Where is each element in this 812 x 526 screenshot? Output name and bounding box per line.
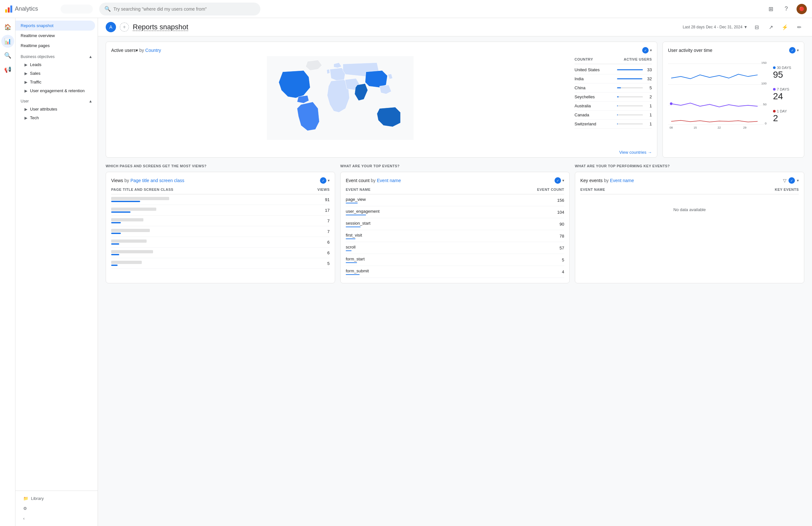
- page-avatar: A: [106, 22, 116, 32]
- event-count: 4: [562, 269, 564, 274]
- country-name: China: [575, 85, 585, 90]
- sidebar-icon-advertising[interactable]: 📢: [1, 63, 14, 76]
- date-range-selector[interactable]: Last 28 days Dec 4 - Dec 31, 2024 ▼: [683, 25, 748, 29]
- sidebar-item-tech[interactable]: ▶ Tech: [15, 113, 98, 122]
- views-row: 6: [111, 237, 330, 247]
- views-dimension-link[interactable]: Page title and screen class: [130, 178, 184, 183]
- activity-stats: 30 DAYS 95 7 DAYS 24: [773, 59, 799, 130]
- user-activity-dropdown[interactable]: ▾: [797, 48, 799, 53]
- account-chip[interactable]: [61, 4, 93, 14]
- sidebar-item-user-engagement[interactable]: ▶ User engagement & retention: [15, 86, 98, 95]
- compare-icon[interactable]: ⊟: [751, 22, 762, 32]
- sales-expand-icon: ▶: [25, 71, 27, 76]
- sidebar-icon-home[interactable]: 🏠: [1, 20, 14, 33]
- event-name: form_start: [346, 257, 365, 263]
- sidebar: Reports snapshot Realtime overview Realt…: [15, 18, 98, 526]
- events-title-by: by: [371, 178, 377, 183]
- views-check-btn[interactable]: ✓ ▾: [320, 177, 330, 184]
- user-attributes-expand-icon: ▶: [25, 107, 27, 112]
- stat-1day: 1 DAY 2: [773, 109, 799, 124]
- event-count: 5: [562, 257, 564, 262]
- key-events-dimension-link[interactable]: Event name: [610, 178, 634, 183]
- search-bar[interactable]: 🔍: [99, 3, 260, 15]
- views-bar-wrap: [111, 208, 319, 213]
- events-dimension-link[interactable]: Event name: [377, 178, 401, 183]
- search-input[interactable]: [113, 6, 255, 12]
- event-count: 57: [560, 246, 564, 251]
- sidebar-item-realtime-overview[interactable]: Realtime overview: [15, 31, 95, 41]
- country-row: Canada 1: [575, 111, 652, 119]
- events-col-count: EVENT COUNT: [537, 188, 564, 191]
- active-users-dimension-link[interactable]: Country: [145, 48, 161, 53]
- user-section-label: User: [20, 99, 29, 103]
- sidebar-item-user-attributes[interactable]: ▶ User attributes: [15, 105, 98, 113]
- help-icon[interactable]: ?: [781, 4, 792, 14]
- sidebar-item-reports-snapshot[interactable]: Reports snapshot: [15, 20, 95, 31]
- key-events-dropdown[interactable]: ▾: [797, 178, 799, 183]
- views-title-prefix: Views: [111, 178, 125, 183]
- event-name: scroll: [346, 245, 356, 251]
- country-name: Seychelles: [575, 95, 595, 99]
- view-countries-link[interactable]: View countries →: [619, 150, 652, 155]
- svg-text:08: 08: [670, 126, 673, 129]
- user-section[interactable]: User ▲: [15, 95, 98, 105]
- events-card: Event count by Event name ✓ ▾ EVENT NAME: [340, 172, 570, 283]
- views-table: PAGE TITLE AND SCREEN CLASS VIEWS 91 17 …: [106, 186, 335, 274]
- views-label-bar: [111, 197, 169, 200]
- map-svg: [111, 56, 569, 140]
- activity-content: 150 100 50 0: [663, 56, 804, 136]
- events-card-header: Event count by Event name ✓ ▾: [340, 172, 569, 186]
- traffic-label: Traffic: [30, 80, 41, 84]
- country-bar-bg: [617, 114, 643, 115]
- sidebar-item-leads[interactable]: ▶ Leads: [15, 60, 98, 69]
- sidebar-item-sales[interactable]: ▶ Sales: [15, 69, 98, 78]
- key-events-section-label: WHAT ARE YOUR TOP PERFORMING KEY EVENTS?: [575, 163, 804, 171]
- tech-label: Tech: [30, 115, 39, 120]
- views-bar-wrap: [111, 240, 319, 245]
- key-events-title-by: by: [604, 178, 610, 183]
- events-check-btn[interactable]: ✓ ▾: [554, 177, 564, 184]
- share-icon[interactable]: ↗: [766, 22, 776, 32]
- active-users-title-by: by: [139, 48, 145, 53]
- svg-text:100: 100: [762, 82, 767, 85]
- views-dropdown[interactable]: ▾: [328, 178, 330, 183]
- add-report-button[interactable]: +: [120, 23, 129, 32]
- events-title-prefix: Event count: [346, 178, 371, 183]
- sidebar-icons: 🏠 📊 🔍 📢: [0, 18, 15, 526]
- sidebar-item-settings[interactable]: ⚙: [20, 503, 92, 513]
- apps-icon[interactable]: ⊞: [766, 4, 776, 14]
- key-events-col-key-events: KEY EVENTS: [775, 188, 799, 191]
- sidebar-icon-reports[interactable]: 📊: [1, 35, 14, 48]
- views-row: 7: [111, 226, 330, 237]
- events-dropdown[interactable]: ▾: [562, 178, 564, 183]
- sidebar-item-library[interactable]: 📁 Library: [20, 494, 92, 503]
- main-header: A + Reports snapshot Last 28 days Dec 4 …: [98, 18, 812, 37]
- views-row: 17: [111, 205, 330, 216]
- events-row: page_view 156: [346, 194, 564, 206]
- activity-chart: 150 100 50 0: [668, 59, 770, 130]
- sidebar-item-traffic[interactable]: ▶ Traffic: [15, 78, 98, 86]
- sidebar-collapse-btn[interactable]: ‹: [20, 513, 92, 523]
- filter-icon[interactable]: ▽: [783, 178, 786, 183]
- business-objectives-section[interactable]: Business objectives ▲: [15, 51, 98, 60]
- business-objectives-label: Business objectives: [20, 55, 55, 59]
- sidebar-item-realtime-pages[interactable]: Realtime pages: [15, 41, 95, 51]
- user-activity-check-btn[interactable]: ✓ ▾: [789, 47, 799, 54]
- stat-1day-value: 2: [773, 113, 799, 124]
- stat-7days-label: 7 DAYS: [773, 87, 799, 91]
- sidebar-icon-explore[interactable]: 🔍: [1, 49, 14, 62]
- edit-icon[interactable]: ✏: [794, 22, 804, 32]
- views-col-views: VIEWS: [317, 188, 330, 191]
- views-title-by: by: [125, 178, 130, 183]
- col-active-users-header: ACTIVE USERS: [624, 57, 652, 61]
- business-objectives-chevron: ▲: [89, 55, 92, 59]
- views-check-icon: ✓: [320, 177, 327, 184]
- top-cards-row: Active users▾ by Country ✓ ▾: [106, 42, 804, 158]
- stat-1day-label: 1 DAY: [773, 109, 799, 113]
- arrow-right-icon: →: [648, 150, 652, 155]
- active-users-dropdown[interactable]: ▾: [650, 48, 652, 53]
- events-row: user_engagement 104: [346, 206, 564, 218]
- user-avatar[interactable]: 🔴: [797, 4, 807, 14]
- insights-icon[interactable]: ⚡: [780, 22, 790, 32]
- active-users-check-btn[interactable]: ✓ ▾: [642, 47, 652, 54]
